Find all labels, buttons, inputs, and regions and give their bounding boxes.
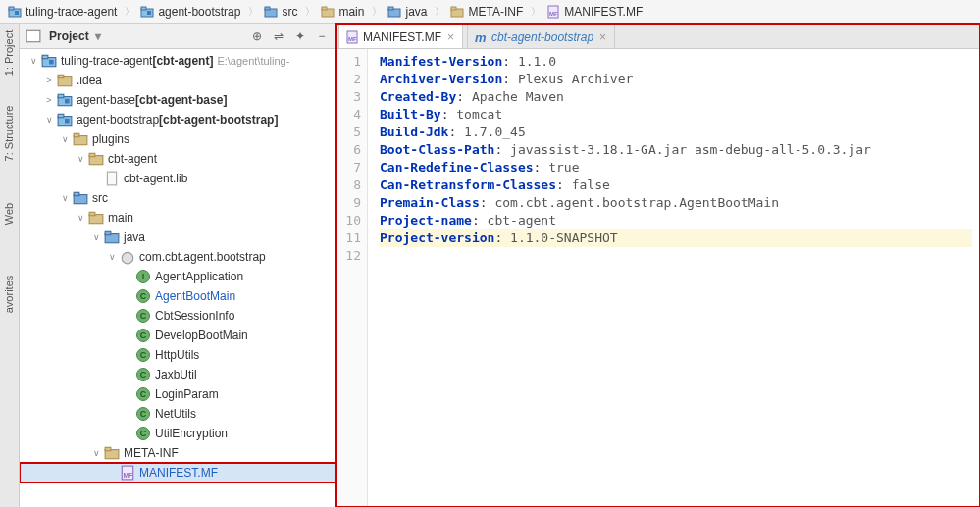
tree-node[interactable]: >.idea	[20, 71, 335, 90]
tree-node[interactable]: CAgentBootMain	[20, 286, 335, 306]
folder-icon	[88, 210, 104, 226]
side-tab-structure[interactable]: 7: Structure	[0, 106, 35, 162]
tree-label: agent-base	[77, 93, 135, 107]
breadcrumb-item[interactable]: java	[384, 1, 433, 23]
file-mf-icon	[546, 5, 560, 19]
panel-dropdown-icon[interactable]: ▾	[95, 29, 101, 43]
breadcrumb-label: main	[338, 5, 364, 19]
tree-arrow-icon[interactable]: >	[43, 75, 55, 86]
folder-icon	[321, 5, 335, 19]
tree-label: DevelopBootMain	[155, 329, 248, 342]
code-line: Built-By: tomcat	[380, 106, 972, 124]
tree-arrow-icon[interactable]: ∨	[59, 133, 71, 145]
close-icon[interactable]: ×	[597, 30, 608, 44]
editor-tab[interactable]: MANIFEST.MF×	[338, 25, 463, 48]
tree-arrow-icon[interactable]: ∨	[90, 447, 102, 459]
line-number: 8	[336, 177, 361, 194]
tree-module-name: [cbt-agent-base]	[135, 93, 227, 107]
tree-label: MANIFEST.MF	[139, 466, 218, 480]
tree-label: HttpUtils	[155, 348, 199, 362]
tree-node[interactable]: ∨com.cbt.agent.bootstrap	[20, 247, 335, 267]
class-c-icon: C	[135, 426, 151, 441]
tree-arrow-icon[interactable]: ∨	[90, 231, 102, 243]
package-icon	[120, 249, 135, 265]
hide-icon[interactable]: −	[314, 28, 330, 44]
tree-arrow-icon[interactable]: ∨	[75, 153, 86, 165]
line-number: 1	[336, 53, 361, 71]
tree-node[interactable]: ∨plugins	[20, 129, 335, 149]
tree-node[interactable]: ∨cbt-agent	[20, 149, 335, 169]
breadcrumb-item[interactable]: src	[260, 1, 303, 23]
breadcrumb-label: META-INF	[468, 5, 523, 19]
tree-node[interactable]: CHttpUtils	[20, 345, 335, 365]
tree-node[interactable]: ∨src	[20, 188, 335, 208]
tree-label: NetUtils	[155, 407, 196, 421]
breadcrumb-item[interactable]: MANIFEST.MF	[542, 1, 648, 23]
settings-icon[interactable]: ✦	[292, 28, 308, 44]
line-number: 4	[336, 106, 361, 124]
maven-icon	[474, 30, 488, 44]
tree-node[interactable]: CJaxbUtil	[20, 365, 335, 384]
class-c-icon: C	[135, 347, 151, 363]
tree-arrow-icon[interactable]: ∨	[59, 192, 71, 204]
file-icon	[104, 171, 120, 186]
breadcrumb-item[interactable]: META-INF	[446, 1, 529, 23]
breadcrumb-separator: 〉	[248, 5, 258, 19]
breadcrumb-label: src	[282, 5, 297, 19]
breadcrumb-item[interactable]: tuling-trace-agent	[4, 1, 123, 23]
line-number: 3	[336, 88, 361, 106]
tree-node[interactable]: ∨main	[20, 208, 335, 228]
tree-arrow-icon[interactable]: >	[43, 94, 55, 106]
tree-label: plugins	[92, 132, 129, 146]
tree-node[interactable]: CUtilEncryption	[20, 424, 335, 443]
module-icon	[57, 112, 73, 127]
tab-label: MANIFEST.MF	[363, 30, 441, 44]
tree-node[interactable]: >agent-base [cbt-agent-base]	[20, 90, 335, 110]
folder-src-icon	[73, 190, 88, 206]
tree-node[interactable]: CNetUtils	[20, 404, 335, 424]
code-line: Created-By: Apache Maven	[380, 88, 972, 106]
code-line: Can-Retransform-Classes: false	[380, 177, 972, 194]
class-c-icon: C	[135, 288, 151, 304]
code-line: Project-name: cbt-agent	[380, 212, 972, 229]
class-i-icon: I	[135, 269, 151, 284]
tree-node[interactable]: CCbtSessionInfo	[20, 306, 335, 326]
tree-node[interactable]: ∨java	[20, 228, 335, 247]
tree-node[interactable]: IAgentApplication	[20, 267, 335, 286]
tree-node[interactable]: ∨agent-bootstrap [cbt-agent-bootstrap]	[20, 110, 335, 129]
tree-node[interactable]: cbt-agent.lib	[20, 169, 335, 188]
close-icon[interactable]: ×	[445, 30, 456, 44]
side-tab-favorites[interactable]: avorites	[0, 276, 35, 314]
locate-icon[interactable]: ⊕	[249, 28, 265, 44]
code-line: Can-Redefine-Classes: true	[380, 159, 972, 177]
tree-node[interactable]: MANIFEST.MF	[20, 463, 335, 482]
line-number: 9	[336, 194, 361, 212]
editor-area: MANIFEST.MF×cbt-agent-bootstrap× 1234567…	[336, 24, 980, 507]
collapse-icon[interactable]: ⇌	[271, 28, 286, 44]
tree-arrow-icon[interactable]: ∨	[75, 212, 86, 224]
breadcrumb-item[interactable]: agent-bootstrap	[136, 1, 246, 23]
code-content[interactable]: Manifest-Version: 1.1.0Archiver-Version:…	[368, 49, 980, 507]
class-c-icon: C	[135, 406, 151, 422]
code-line: Project-version: 1.1.0-SNAPSHOT	[380, 229, 972, 247]
side-tab-web[interactable]: Web	[0, 203, 35, 225]
tree-node[interactable]: CDevelopBootMain	[20, 326, 335, 345]
line-number: 11	[336, 229, 361, 247]
module-icon	[140, 5, 154, 19]
tree-node[interactable]: ∨META-INF	[20, 443, 335, 463]
line-number: 10	[336, 212, 361, 229]
tree-node[interactable]: ∨tuling-trace-agent [cbt-agent]E:\agent\…	[20, 51, 335, 71]
breadcrumb-separator: 〉	[372, 5, 382, 19]
project-panel: Project ▾ ⊕ ⇌ ✦ − ∨tuling-trace-agent [c…	[20, 24, 336, 507]
class-c-icon: C	[135, 308, 151, 324]
tree-arrow-icon[interactable]: ∨	[106, 251, 118, 263]
breadcrumb-separator: 〉	[531, 5, 541, 19]
editor-tab[interactable]: cbt-agent-bootstrap×	[467, 25, 615, 48]
tree-module-name: [cbt-agent-bootstrap]	[159, 113, 278, 127]
side-tab-project[interactable]: 1: Project	[0, 30, 35, 76]
code-line: Archiver-Version: Plexus Archiver	[380, 71, 972, 88]
tree-node[interactable]: CLoginParam	[20, 384, 335, 404]
breadcrumb-label: MANIFEST.MF	[564, 5, 643, 19]
tree-arrow-icon[interactable]: ∨	[43, 114, 55, 126]
breadcrumb-item[interactable]: main	[317, 1, 370, 23]
